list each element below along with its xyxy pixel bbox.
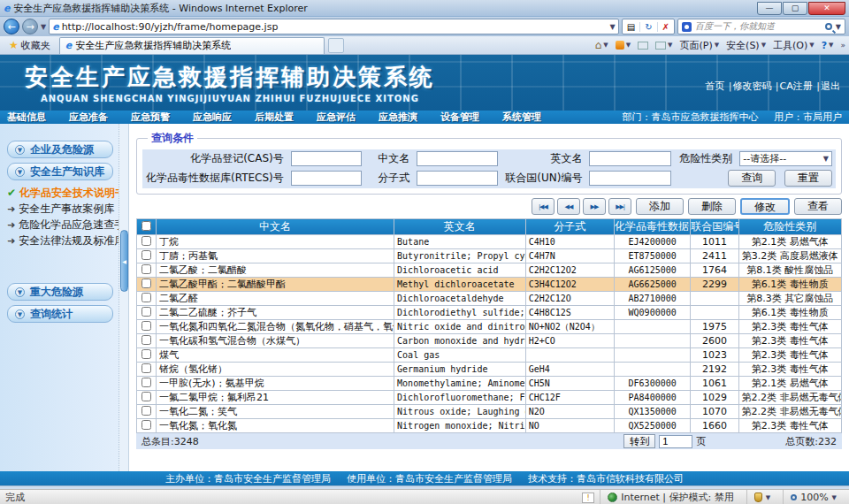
row-checkbox[interactable] [142,335,151,345]
modify-button[interactable]: 修改 [740,198,790,215]
delete-button[interactable]: 删除 [688,198,736,215]
search-input[interactable]: 百度一下，你就知道 [695,20,822,33]
sidebar-group-knowledge[interactable]: ▼ 安全生产知识库 [7,163,113,180]
maximize-button[interactable]: ▢ [783,2,807,15]
sidebar-group-enterprise[interactable]: ▼ 企业及危险源 [7,141,113,158]
header-link[interactable]: 退出 [821,80,840,92]
row-checkbox[interactable] [142,293,151,302]
url-text[interactable]: http://localhost:90/yjzh/frame/homepage.… [62,21,608,33]
nav-item[interactable]: 系统管理 [502,111,541,124]
table-row[interactable]: 一甲胺(无水)；氨基甲烷Monomethylamine; Aminomethan… [137,377,842,391]
table-row[interactable]: 一氟二氯甲烷；氟利昂21Dichlorofluoromethane; Freon… [137,391,842,405]
row-checkbox[interactable] [142,307,151,317]
row-checkbox[interactable] [142,349,151,359]
nav-item[interactable]: 设备管理 [440,111,479,124]
favorites-button[interactable]: ★ 收藏夹 [4,38,56,53]
col-un-number[interactable]: 联合国编号 [691,219,738,235]
new-tab-button[interactable] [328,38,344,53]
goto-page-input[interactable] [659,435,692,448]
table-row[interactable]: 煤气Coal gas1023第2.3类 毒性气体 [137,348,842,363]
table-row[interactable]: 一氧化氮；氧化氮Nitrogen monoxide; Nitric oxideN… [137,419,842,433]
sidebar-item-chemical-msds[interactable]: ✔ 化学品安全技术说明书 [7,185,115,201]
history-dropdown-icon[interactable]: ▼ [41,23,46,31]
refresh-icon[interactable]: ↻ [639,22,656,32]
row-checkbox[interactable] [142,420,151,430]
nav-item[interactable]: 应急响应 [193,111,232,124]
row-checkbox[interactable] [142,236,151,246]
nav-item[interactable]: 后期处置 [255,111,294,124]
table-row[interactable]: 锗烷（氢化锗）Germanium hydrideGeH42192第2.3类 毒性… [137,363,842,377]
search-box[interactable]: 百度一下，你就知道 ▼ [677,19,845,34]
row-checkbox[interactable] [142,406,151,416]
minimize-button[interactable]: — [757,2,782,15]
help-menu[interactable]: ?▼ [822,40,834,51]
formula-input[interactable] [417,171,498,186]
table-row[interactable]: 丁腈；丙基氰Butyronitrile; Propyl cyanideC4H7N… [137,249,842,263]
sidebar-item-quick-reference[interactable]: ➜ 危险化学品应急速查手… [7,217,115,233]
view-button[interactable]: 查看 [794,198,842,215]
next-page-button[interactable]: ▶▶ [583,198,606,215]
table-row[interactable]: 一氧化氮和四氧化二氮混合物（氮氧化物，硝基气，氧化氮气体）Nitric oxid… [137,320,842,334]
url-field[interactable]: e http://localhost:90/yjzh/frame/homepag… [49,19,619,34]
sidebar-item-laws-standards[interactable]: ➜ 安全法律法规及标准库 [7,233,115,248]
compatibility-view-icon[interactable]: ▤ [623,22,639,32]
table-row[interactable]: 二氯二乙硫醚；芥子气Dichlorodiethyl sulfide; Musta… [137,306,842,320]
table-row[interactable]: 一氧化碳和氢气混合物（水煤气）Carbon monoxide and hydro… [137,334,842,348]
safety-menu[interactable]: 安全(S)▼ [726,39,766,52]
hazard-class-select[interactable]: --请选择-- ▼ [739,151,832,166]
page-status-icon[interactable]: ! [582,493,594,503]
nav-item[interactable]: 应急准备 [69,111,108,124]
row-checkbox[interactable] [142,250,151,260]
page-menu[interactable]: 页面(P)▼ [679,39,719,52]
url-dropdown-icon[interactable]: ▼ [610,23,616,31]
sidebar-group-query-stats[interactable]: ▼ 查询统计 [7,305,113,323]
prev-page-button[interactable]: ◀◀ [557,198,580,215]
goto-page-button[interactable]: 转到 [623,434,655,448]
home-button[interactable]: ⌂▼ [595,39,608,51]
nav-item[interactable]: 应急预警 [131,111,170,124]
row-checkbox[interactable] [142,363,151,373]
row-checkbox[interactable] [142,321,151,331]
header-link[interactable]: CA注册 [780,80,813,92]
search-button[interactable]: 查询 [728,170,776,187]
en-name-input[interactable] [589,151,670,166]
search-dropdown-icon[interactable]: ▼ [836,23,841,31]
first-page-button[interactable]: |◀◀ [532,198,555,215]
splitter-collapse-handle[interactable]: ◀ [120,230,128,292]
forward-button[interactable]: → [22,19,38,34]
table-row[interactable]: 二氯乙酸甲酯；二氯醋酸甲酯Methyl dichloroacetateC3H4C… [137,278,842,292]
sidebar-splitter[interactable]: ◀ [119,124,129,471]
close-button[interactable]: ✕ [808,2,845,15]
table-row[interactable]: 二氯乙酸；二氯醋酸Dichloroacetic acidC2H2C12O2AG6… [137,263,842,278]
col-en-name[interactable]: 英文名 [394,219,526,235]
last-page-button[interactable]: ▶▶| [608,198,631,215]
table-row[interactable]: 一氧化二氮；笑气Nitrous oxide; Laughing gasN2OQX… [137,405,842,419]
print-button[interactable]: ▼ [655,42,672,50]
table-row[interactable]: 丁烷ButaneC4H10EJ42000001011第2.1类 易燃气体 [137,235,842,249]
row-checkbox[interactable] [142,279,151,288]
back-button[interactable]: ← [4,19,19,34]
nav-item[interactable]: 基础信息 [7,111,46,124]
table-row[interactable]: 二氯乙醛DichloroacetaldehydeC2H2C12OAB271000… [137,292,842,306]
reset-button[interactable]: 重置 [784,170,832,187]
col-cn-name[interactable]: 中文名 [157,219,394,235]
tools-menu[interactable]: 工具(O)▼ [773,39,815,52]
sidebar-item-accident-cases[interactable]: ➜ 安全生产事故案例库 [7,201,115,217]
protection-indicator[interactable]: ▼ [746,490,777,504]
nav-item[interactable]: 应急评估 [317,111,356,124]
col-formula[interactable]: 分子式 [525,219,614,235]
un-number-input[interactable] [589,171,670,186]
sidebar-group-major-hazards[interactable]: ▼ 重大危险源 [7,283,113,301]
row-checkbox[interactable] [142,392,151,401]
active-tab[interactable]: e 安全生产应急救援指挥辅助决策系统 [59,37,325,54]
add-button[interactable]: 添加 [636,198,684,215]
stop-icon[interactable]: ✗ [657,22,674,32]
search-icon[interactable] [825,23,832,30]
chevron-more-icon[interactable]: » [840,41,845,50]
row-checkbox[interactable] [142,264,151,274]
col-hazard-class[interactable]: 危险性类别 [738,219,841,235]
header-link[interactable]: 首页 [705,80,724,92]
header-link[interactable]: 修改密码 [732,80,771,92]
select-all-checkbox[interactable] [142,221,151,231]
rtecs-input[interactable] [291,171,362,186]
